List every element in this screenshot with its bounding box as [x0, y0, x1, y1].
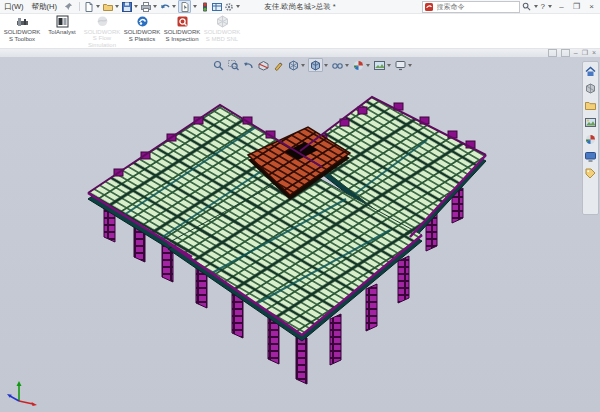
graphics-viewport[interactable] [0, 57, 600, 412]
print-dropdown-arrow[interactable] [153, 5, 157, 8]
menu-window[interactable]: 口(W) [0, 2, 28, 12]
doc-minimize-button[interactable]: – [574, 49, 578, 57]
taskpane-home-icon[interactable] [585, 66, 596, 77]
taskpane-design-library-icon[interactable] [585, 83, 596, 94]
solidworks-plastics-button[interactable]: SOLIDWORKS Plastics [122, 14, 162, 48]
apply-scene-dropdown-arrow[interactable] [387, 64, 391, 67]
headsup-view-toolbar [212, 58, 413, 72]
file-properties-icon[interactable] [211, 1, 222, 12]
edit-appearance-icon[interactable] [352, 59, 365, 71]
previous-view-icon[interactable] [242, 59, 255, 71]
sketch-visibility-icon[interactable] [272, 59, 285, 71]
doc-ghost-icon-2 [561, 49, 570, 57]
taskpane-appearances-icon[interactable] [585, 134, 596, 145]
taskpane-custom-properties-icon[interactable] [585, 168, 596, 179]
doc-restore-button[interactable]: ❐ [582, 49, 588, 57]
section-view-icon[interactable] [257, 59, 270, 71]
reference-triad [3, 377, 39, 407]
plastics-icon [136, 15, 149, 28]
hide-show-dropdown-arrow[interactable] [345, 64, 349, 67]
edit-appearance-dropdown-arrow[interactable] [366, 64, 370, 67]
view-orientation-dropdown-arrow[interactable] [301, 64, 305, 67]
quick-access-toolbar [83, 0, 241, 13]
open-icon[interactable] [102, 1, 113, 12]
model-slab-panels [88, 97, 486, 335]
rebuild-traffic-light-icon[interactable] [199, 1, 210, 12]
model-3d-assembly[interactable] [0, 57, 600, 412]
solidworks-logo-icon [425, 3, 433, 11]
close-button[interactable]: × [585, 1, 598, 12]
commandmanager-tab-strip: – ❐ × [0, 49, 600, 57]
toolbox-icon [16, 15, 29, 28]
minimize-button[interactable]: – [555, 1, 568, 12]
zoom-to-area-icon[interactable] [227, 59, 240, 71]
help-button[interactable]: ? [541, 2, 545, 11]
display-style-icon[interactable] [308, 58, 323, 72]
solidworks-inspection-button[interactable]: SOLIDWORKS Inspection [162, 14, 202, 48]
taskpane-file-explorer-icon[interactable] [585, 100, 596, 111]
restore-button[interactable]: ❐ [570, 1, 583, 12]
hide-show-items-icon[interactable] [331, 59, 344, 71]
pin-menu-icon[interactable] [64, 2, 73, 11]
save-icon[interactable] [121, 1, 132, 12]
new-dropdown-arrow[interactable] [96, 5, 100, 8]
search-input[interactable] [435, 2, 509, 11]
search-icon[interactable] [522, 2, 531, 11]
addins-ribbon: SOLIDWORKS Toolbox TolAnalyst SOLIDWORKS… [0, 14, 600, 49]
flow-simulation-icon [96, 15, 109, 28]
inspection-icon [176, 15, 189, 28]
undo-dropdown-arrow[interactable] [172, 5, 176, 8]
solidworks-toolbox-button[interactable]: SOLIDWORKS Toolbox [2, 14, 42, 48]
separator [79, 2, 80, 11]
options-dropdown-arrow[interactable] [236, 5, 240, 8]
taskpane-view-palette-icon[interactable] [585, 117, 596, 128]
taskpane-display-icon[interactable] [585, 151, 596, 162]
view-settings-icon[interactable] [394, 59, 407, 71]
solidworks-mbd-snl-button[interactable]: SOLIDWORKS MBD SNL [202, 14, 242, 48]
print-icon[interactable] [140, 1, 151, 12]
select-dropdown-arrow[interactable] [193, 5, 197, 8]
title-bar: 口(W) 帮助(H) 友佳.欧尚名城>总装 [0, 0, 600, 14]
help-dropdown-arrow[interactable] [548, 5, 552, 8]
display-style-dropdown-arrow[interactable] [324, 64, 328, 67]
command-search-box[interactable] [422, 1, 520, 13]
view-orientation-icon[interactable] [287, 59, 300, 71]
open-dropdown-arrow[interactable] [115, 5, 119, 8]
view-settings-dropdown-arrow[interactable] [408, 64, 412, 67]
doc-ghost-icon-1 [548, 49, 557, 57]
task-pane-tabs [582, 61, 599, 215]
options-gear-icon[interactable] [223, 1, 234, 12]
tolanalyst-icon [56, 15, 69, 28]
doc-close-button[interactable]: × [592, 49, 596, 57]
save-dropdown-arrow[interactable] [134, 5, 138, 8]
search-dropdown-arrow[interactable] [534, 5, 538, 8]
select-icon[interactable] [178, 0, 191, 13]
undo-icon[interactable] [159, 1, 170, 12]
menu-help[interactable]: 帮助(H) [28, 2, 61, 12]
zoom-to-fit-icon[interactable] [212, 59, 225, 71]
tolanalyst-button[interactable]: TolAnalyst [42, 14, 82, 48]
new-document-icon[interactable] [83, 1, 94, 12]
solidworks-flow-simulation-button[interactable]: SOLIDWORKS Flow Simulation [82, 14, 122, 48]
mbd-snl-icon [216, 15, 229, 28]
apply-scene-icon[interactable] [373, 59, 386, 71]
